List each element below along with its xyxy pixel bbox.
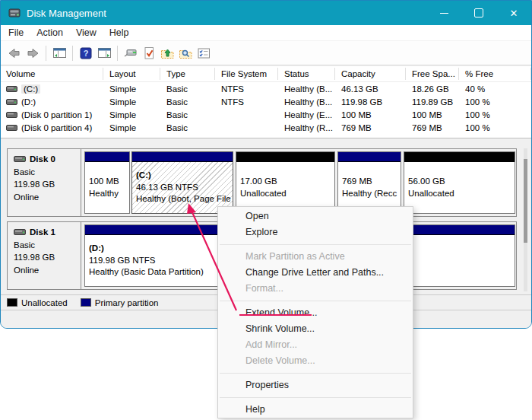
cell-pct-free: 40 %	[459, 84, 531, 94]
partition-color-band	[338, 152, 401, 162]
rescan-disks-icon[interactable]	[122, 45, 140, 62]
show-action-pane-icon[interactable]	[95, 45, 113, 62]
column-header-file-system[interactable]: File System	[215, 68, 278, 80]
checklist-icon[interactable]	[195, 45, 213, 62]
disk-status: Online	[14, 191, 81, 204]
pane-splitter[interactable]	[1, 138, 531, 146]
vertical-scrollbar[interactable]	[524, 148, 527, 291]
cell-layout: Simple	[103, 84, 160, 94]
cell-capacity: 769 MB	[335, 123, 406, 132]
menu-file[interactable]: File	[8, 27, 24, 38]
disk-name: Disk 1	[30, 226, 55, 239]
column-header-free-space[interactable]: Free Spa...	[406, 68, 459, 80]
table-row[interactable]: (Disk 0 partition 4) Simple Basic Health…	[1, 121, 531, 134]
menu-item-open[interactable]: Open	[218, 208, 413, 224]
partition-status: Unallocated	[408, 188, 515, 200]
cell-pct-free: 100 %	[459, 123, 531, 132]
menu-item-delete-volume: Delete Volume...	[218, 353, 413, 369]
partition-color-band	[404, 152, 515, 162]
menu-item-format: Format...	[218, 281, 413, 297]
forward-icon[interactable]	[24, 45, 42, 62]
cell-free: 18.26 GB	[406, 84, 459, 94]
column-header-capacity[interactable]: Capacity	[335, 68, 406, 80]
disk-1-label[interactable]: Disk 1 Basic 119.98 GB Online	[8, 222, 81, 289]
show-console-tree-icon[interactable]	[50, 45, 68, 62]
menu-separator	[218, 393, 413, 402]
cell-fs: NTFS	[215, 84, 278, 94]
menu-item-explore[interactable]: Explore	[218, 224, 413, 240]
menu-separator	[218, 297, 413, 305]
volume-context-menu: Open Explore Mark Partition as Active Ch…	[217, 206, 413, 418]
cell-layout: Simple	[103, 97, 160, 107]
menu-view[interactable]: View	[76, 27, 97, 38]
cell-capacity: 46.13 GB	[335, 84, 406, 94]
partition-letter: (C:)	[136, 170, 233, 182]
partition-size: 17.00 GB	[240, 176, 334, 188]
disk-size: 119.98 GB	[14, 178, 81, 191]
check-document-icon[interactable]	[140, 45, 158, 62]
unallocated-swatch	[7, 298, 17, 307]
disk-kind: Basic	[14, 166, 81, 179]
cell-layout: Simple	[103, 110, 160, 119]
disk-status: Online	[14, 264, 81, 277]
partition-color-band	[85, 152, 129, 162]
menu-help[interactable]: Help	[109, 27, 129, 38]
menubar: File Action View Help	[1, 25, 531, 41]
cell-pct-free: 100 %	[459, 110, 531, 119]
cell-free: 769 MB	[406, 123, 459, 132]
partition-size: 100 MB	[89, 176, 129, 188]
window-title: Disk Management	[27, 8, 106, 19]
import-folder-icon[interactable]	[158, 45, 176, 62]
cell-status: Healthy (E...	[278, 110, 335, 119]
primary-partition-swatch	[81, 298, 91, 307]
partition-unallocated-56gb[interactable]: 56.00 GB Unallocated	[404, 151, 515, 214]
partition-c-drive[interactable]: (C:) 46.13 GB NTFS Healthy (Boot, Page F…	[131, 151, 233, 214]
maximize-icon	[474, 8, 483, 18]
cell-status: Healthy (R...	[278, 123, 335, 132]
menu-item-shrink-volume[interactable]: Shrink Volume...	[218, 321, 413, 337]
toolbar: ?	[1, 41, 531, 65]
volume-name: (C:)	[21, 84, 40, 94]
table-row[interactable]: (Disk 0 partition 1) Simple Basic Health…	[1, 108, 531, 121]
column-header-status[interactable]: Status	[278, 68, 335, 80]
menu-separator	[218, 240, 413, 249]
column-header-layout[interactable]: Layout	[103, 68, 160, 80]
partition-status: Unallocated	[240, 188, 334, 200]
legend-label-unallocated: Unallocated	[21, 298, 68, 307]
menu-item-extend-volume[interactable]: Extend Volume...	[218, 305, 413, 321]
help-icon[interactable]: ?	[77, 45, 95, 62]
column-header-volume[interactable]: Volume	[1, 68, 103, 80]
volume-drive-icon	[6, 124, 17, 132]
close-button[interactable]: ✕	[496, 1, 531, 25]
volume-list-header: Volume Layout Type File System Status Ca…	[1, 66, 531, 82]
back-icon[interactable]	[5, 45, 24, 62]
partition-color-band	[132, 152, 233, 162]
cell-free: 119.89 GB	[406, 97, 459, 107]
search-folder-icon[interactable]	[176, 45, 195, 62]
table-row[interactable]: (D:) Simple Basic NTFS Healthy (B... 119…	[1, 95, 531, 108]
menu-item-change-drive-letter[interactable]: Change Drive Letter and Paths...	[218, 265, 413, 281]
cell-free: 100 MB	[406, 110, 459, 119]
cell-capacity: 119.98 GB	[335, 97, 406, 107]
minimize-button[interactable]	[426, 1, 461, 25]
partition-unallocated-17gb[interactable]: 17.00 GB Unallocated	[236, 151, 335, 214]
partition-color-band	[236, 152, 334, 162]
scrollbar-thumb[interactable]	[524, 159, 527, 243]
cell-fs: NTFS	[215, 97, 278, 107]
menu-action[interactable]: Action	[36, 27, 63, 38]
column-header-type[interactable]: Type	[160, 68, 215, 80]
maximize-button[interactable]	[461, 1, 496, 25]
volume-list: Volume Layout Type File System Status Ca…	[1, 66, 531, 138]
toolbar-separator	[46, 46, 46, 61]
partition-size: 56.00 GB	[408, 176, 515, 188]
volume-name: (Disk 0 partition 4)	[21, 123, 92, 132]
cell-capacity: 100 MB	[335, 110, 406, 119]
partition-size: 769 MB	[342, 176, 401, 188]
menu-item-properties[interactable]: Properties	[218, 377, 413, 393]
column-header-pct-free[interactable]: % Free	[459, 68, 531, 80]
disk-0-label[interactable]: Disk 0 Basic 119.98 GB Online	[8, 149, 81, 216]
partition-system-100mb[interactable]: 100 MB Healthy	[84, 151, 130, 214]
menu-item-help[interactable]: Help	[218, 402, 413, 418]
partition-recovery-769mb[interactable]: 769 MB Healthy (Recc	[337, 151, 401, 214]
table-row[interactable]: (C:) Simple Basic NTFS Healthy (B... 46.…	[1, 82, 531, 95]
